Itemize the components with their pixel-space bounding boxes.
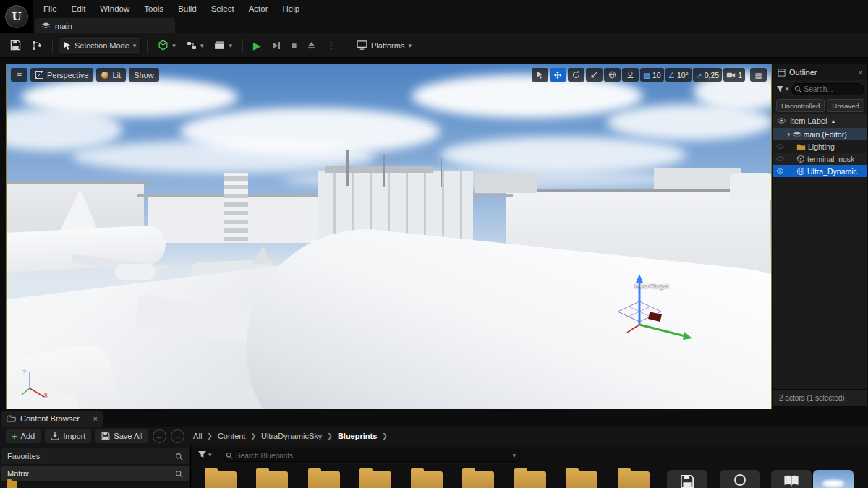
- rotation-snap-button[interactable]: ∠ 10°: [665, 68, 692, 82]
- viewport[interactable]: MoonTarget Z x ≡ Perspective Lit Show: [6, 64, 772, 410]
- asset-folder[interactable]: [411, 471, 443, 488]
- scale-tool-button[interactable]: [586, 68, 603, 82]
- outliner-column-header[interactable]: Item Label ▲: [773, 114, 867, 128]
- scale-snap-icon: ↗: [696, 71, 702, 80]
- asset-folder[interactable]: [205, 471, 237, 488]
- asset-folder[interactable]: [256, 471, 288, 488]
- rotate-tool-button[interactable]: [568, 68, 584, 82]
- content-browser-sidebar: Favorites Matrix: [0, 445, 191, 488]
- show-dropdown[interactable]: Show: [129, 68, 159, 82]
- close-icon[interactable]: ×: [93, 414, 98, 423]
- outliner-row-label: terminal_nosk: [807, 155, 854, 163]
- filter-button[interactable]: ▾: [776, 85, 789, 93]
- asset-folder[interactable]: [359, 471, 391, 488]
- menu-build[interactable]: Build: [171, 1, 204, 16]
- world-space-toggle[interactable]: [604, 68, 621, 82]
- menu-tools[interactable]: Tools: [137, 1, 171, 16]
- blueprints-button[interactable]: ▾: [182, 37, 208, 54]
- grid-snap-button[interactable]: ▦ 10: [640, 68, 664, 82]
- transform-gizmo[interactable]: [614, 267, 708, 350]
- asset-folder[interactable]: [514, 471, 546, 488]
- surface-snap-button[interactable]: [622, 68, 639, 82]
- viewport-toolbar-left: ≡ Perspective Lit Show: [11, 68, 159, 82]
- view-mode-dropdown[interactable]: Lit: [96, 68, 126, 82]
- cinematics-button[interactable]: ▾: [210, 37, 237, 54]
- maximize-viewport-button[interactable]: ▦: [750, 68, 767, 82]
- eye-icon[interactable]: [775, 144, 785, 149]
- level-tab-main[interactable]: main: [35, 18, 175, 33]
- outliner-status-text: 2 actors (1 selected): [779, 394, 845, 402]
- favorites-section[interactable]: Favorites: [1, 448, 189, 464]
- search-icon[interactable]: [175, 470, 183, 478]
- matrix-section[interactable]: Matrix: [1, 466, 189, 481]
- chevron-down-icon[interactable]: ▾: [512, 452, 516, 459]
- move-tool-button[interactable]: [550, 68, 566, 82]
- menu-file[interactable]: File: [36, 1, 64, 16]
- search-icon[interactable]: [175, 453, 183, 461]
- outliner-row-lighting[interactable]: Lighting: [773, 140, 867, 153]
- expand-arrow-icon[interactable]: ▾: [787, 131, 791, 138]
- frame-skip-button[interactable]: [268, 37, 285, 54]
- select-tool-button[interactable]: [532, 68, 548, 82]
- static-mesh-icon: [796, 155, 805, 163]
- grid-snap-value: 10: [652, 71, 661, 80]
- asset-tile-sphere[interactable]: [720, 470, 760, 488]
- outliner-row-terminal[interactable]: terminal_nosk: [773, 153, 867, 165]
- asset-folder[interactable]: [618, 471, 650, 488]
- import-icon: [51, 432, 59, 440]
- stop-button[interactable]: ■: [287, 37, 301, 54]
- rotate-icon: [572, 71, 580, 79]
- breadcrumb-all[interactable]: All: [193, 432, 202, 440]
- scene-pole: [383, 155, 385, 187]
- breadcrumb-content[interactable]: Content: [218, 432, 246, 440]
- camera-speed-button[interactable]: 1: [723, 68, 745, 82]
- add-button[interactable]: + Add: [6, 429, 41, 443]
- asset-folder[interactable]: [462, 471, 494, 488]
- filter-button[interactable]: ▾: [197, 450, 212, 458]
- asset-tile-save[interactable]: [667, 470, 707, 488]
- asset-search-input[interactable]: [223, 450, 521, 462]
- scale-snap-button[interactable]: ↗ 0,25: [693, 68, 722, 82]
- forward-button[interactable]: →: [171, 429, 184, 443]
- asset-folder[interactable]: [566, 471, 597, 488]
- asset-folder[interactable]: [308, 471, 340, 488]
- eye-icon[interactable]: [775, 156, 785, 161]
- unsaved-button[interactable]: Unsaved: [827, 99, 864, 112]
- eject-button[interactable]: [303, 37, 320, 54]
- open-book-icon: [783, 474, 799, 487]
- menu-edit[interactable]: Edit: [64, 1, 93, 16]
- save-level-button[interactable]: [6, 37, 25, 54]
- viewport-menu-button[interactable]: ≡: [11, 68, 27, 82]
- breadcrumb-ultradynamicsky[interactable]: UltraDynamicSky: [261, 432, 322, 440]
- save-all-button[interactable]: Save All: [95, 429, 148, 443]
- asset-tile-sky-thumbnail[interactable]: [813, 470, 854, 488]
- outliner-title: Outliner: [789, 68, 817, 77]
- play-options-button[interactable]: ⋮: [322, 37, 340, 54]
- outliner-row-ultra-dynamic-sky[interactable]: Ultra_Dynamic: [773, 165, 867, 177]
- outliner-row-main[interactable]: ▾ main (Editor): [773, 128, 867, 140]
- eye-icon[interactable]: [775, 168, 785, 174]
- play-button[interactable]: ▶: [249, 37, 265, 54]
- import-button[interactable]: Import: [45, 429, 91, 443]
- breadcrumb-separator-icon: ❯: [207, 432, 213, 440]
- uncontrolled-button[interactable]: Uncontrolled: [776, 99, 825, 112]
- content-browser-tab[interactable]: Content Browser ×: [1, 411, 103, 427]
- outliner-search-input[interactable]: [791, 83, 864, 95]
- menu-window[interactable]: Window: [93, 1, 137, 16]
- asset-tile-guide[interactable]: [771, 470, 812, 488]
- menu-help[interactable]: Help: [276, 1, 307, 16]
- perspective-dropdown[interactable]: Perspective: [30, 68, 93, 82]
- scene-rooftop-unit: [475, 173, 537, 193]
- menu-select[interactable]: Select: [204, 1, 242, 16]
- back-button[interactable]: ←: [153, 429, 166, 443]
- selection-mode-dropdown[interactable]: Selection Mode ▾: [59, 36, 141, 55]
- menu-actor[interactable]: Actor: [242, 1, 276, 16]
- item-label-header: Item Label: [790, 116, 827, 125]
- save-all-label: Save All: [114, 432, 142, 440]
- close-icon[interactable]: ×: [859, 68, 863, 77]
- breadcrumb-blueprints[interactable]: Blueprints: [338, 432, 377, 440]
- folder-icon[interactable]: [7, 481, 17, 488]
- add-actor-button[interactable]: ▾: [153, 37, 180, 54]
- platforms-dropdown[interactable]: Platforms ▾: [352, 37, 416, 54]
- source-control-button[interactable]: [27, 37, 46, 54]
